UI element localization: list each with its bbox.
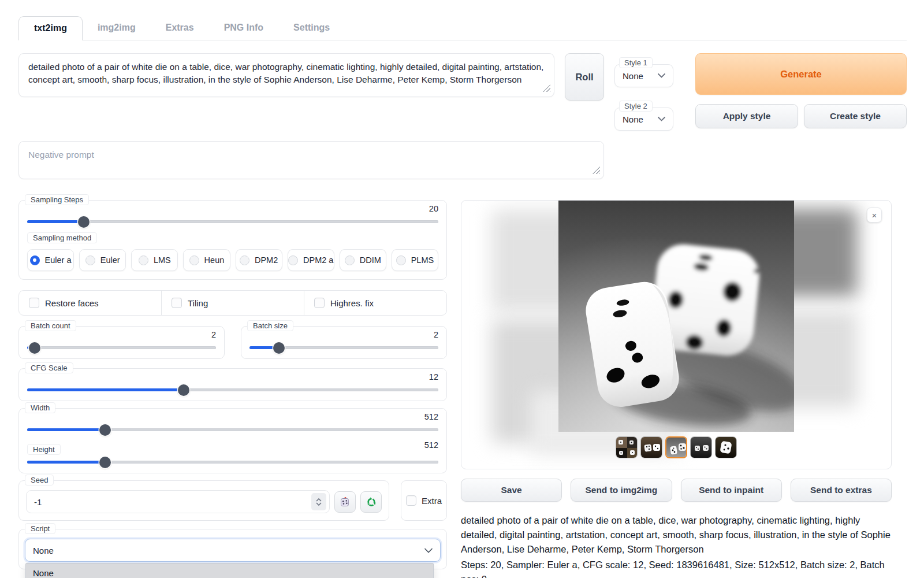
- tab-png-info[interactable]: PNG Info: [209, 16, 278, 40]
- radio-heun[interactable]: Heun: [183, 249, 230, 271]
- generate-button[interactable]: Generate: [695, 53, 907, 95]
- seed-group: Seed: [18, 480, 389, 521]
- negative-prompt-wrap: [18, 141, 604, 179]
- cfg-scale-value: 12: [429, 372, 438, 381]
- gallery-thumbnail-1[interactable]: [616, 436, 638, 458]
- cfg-scale-group: CFG Scale 12: [18, 368, 447, 401]
- roll-button[interactable]: Roll: [565, 53, 604, 101]
- tab-img2img[interactable]: img2img: [83, 16, 151, 40]
- height-value: 512: [424, 440, 438, 450]
- tab-settings[interactable]: Settings: [278, 16, 345, 40]
- width-label: Width: [25, 402, 55, 413]
- tab-bar: txt2img img2img Extras PNG Info Settings: [18, 16, 907, 40]
- radio-icon: [30, 255, 40, 265]
- style1-value: None: [623, 71, 643, 81]
- thumbnail-strip: [616, 436, 737, 458]
- radio-euler[interactable]: Euler: [79, 249, 126, 271]
- sampling-steps-label: Sampling Steps: [25, 194, 89, 205]
- batch-count-slider[interactable]: [27, 346, 216, 349]
- tab-extras[interactable]: Extras: [151, 16, 209, 40]
- seed-input[interactable]: [26, 490, 330, 513]
- radio-dpm2[interactable]: DPM2: [236, 249, 282, 271]
- radio-euler-a[interactable]: Euler a: [27, 249, 74, 271]
- radio-icon: [189, 255, 199, 265]
- style1-label: Style 1: [619, 57, 653, 68]
- sampling-steps-slider[interactable]: [27, 220, 438, 223]
- radio-dpm2-a[interactable]: DPM2 a: [288, 249, 334, 271]
- create-style-button[interactable]: Create style: [804, 104, 907, 128]
- script-group: Script None None Prompts from file or te…: [18, 529, 447, 569]
- sampling-method-label: Sampling method: [27, 232, 97, 243]
- radio-icon: [139, 255, 148, 265]
- gallery-thumbnail-2[interactable]: [640, 436, 662, 458]
- style2-value: None: [623, 114, 643, 124]
- prompt-wrap: detailed photo of a pair of white die on…: [18, 53, 554, 97]
- radio-plms[interactable]: PLMS: [392, 249, 438, 271]
- image-gallery: ×: [461, 200, 892, 469]
- gallery-actions: Save Send to img2img Send to inpaint Sen…: [461, 479, 892, 502]
- chevron-down-icon: [316, 502, 322, 506]
- checkbox-icon[interactable]: [29, 298, 39, 308]
- menu-item-none[interactable]: None: [26, 564, 433, 578]
- restore-faces-option[interactable]: Restore faces: [19, 291, 161, 315]
- save-button[interactable]: Save: [461, 479, 562, 502]
- random-seed-button[interactable]: [334, 491, 356, 513]
- gallery-thumbnail-3-selected[interactable]: [665, 436, 687, 458]
- cfg-scale-label: CFG Scale: [25, 362, 73, 373]
- apply-style-button[interactable]: Apply style: [695, 104, 798, 128]
- close-icon[interactable]: ×: [867, 208, 882, 223]
- width-slider[interactable]: [27, 428, 438, 431]
- height-slider[interactable]: [27, 461, 438, 464]
- gallery-thumbnail-4[interactable]: [690, 436, 712, 458]
- batch-size-slider[interactable]: [249, 346, 438, 349]
- batch-size-value: 2: [434, 330, 438, 339]
- cfg-scale-slider[interactable]: [27, 388, 438, 391]
- chevron-down-icon: [424, 548, 433, 553]
- radio-ddim[interactable]: DDIM: [340, 249, 386, 271]
- generation-info: detailed photo of a pair of white die on…: [461, 513, 892, 578]
- radio-icon: [240, 255, 249, 265]
- batch-count-value: 2: [211, 330, 216, 339]
- sampling-method-options: Euler a Euler LMS Heun DPM2 DPM2 a DDIM …: [27, 249, 438, 271]
- radio-icon: [396, 255, 406, 265]
- extra-label: Extra: [422, 496, 442, 506]
- settings-panel: Sampling Steps 20 Sampling method Euler …: [18, 200, 447, 578]
- checkbox-icon[interactable]: [314, 298, 325, 308]
- sampling-group: Sampling Steps 20 Sampling method Euler …: [18, 200, 447, 280]
- highres-fix-option[interactable]: Highres. fix: [304, 291, 446, 315]
- gallery-thumbnail-5[interactable]: [715, 436, 737, 458]
- radio-icon: [345, 255, 355, 265]
- chevron-down-icon: [658, 117, 665, 121]
- checkbox-icon[interactable]: [172, 298, 182, 308]
- style2-label: Style 2: [619, 101, 653, 112]
- checkbox-icon[interactable]: [406, 495, 416, 506]
- txt2img-page: txt2img img2img Extras PNG Info Settings…: [0, 0, 924, 578]
- tiling-option[interactable]: Tiling: [161, 291, 304, 315]
- chevron-up-icon: [316, 498, 322, 502]
- height-label: Height: [27, 444, 61, 455]
- recycle-icon: [365, 495, 378, 508]
- extra-seed-option[interactable]: Extra: [401, 480, 447, 521]
- batch-count-label: Batch count: [25, 320, 76, 331]
- send-to-extras-button[interactable]: Send to extras: [791, 479, 892, 502]
- reuse-seed-button[interactable]: [360, 491, 382, 513]
- radio-lms[interactable]: LMS: [131, 249, 178, 271]
- send-to-inpaint-button[interactable]: Send to inpaint: [681, 479, 782, 502]
- generation-prompt-text: detailed photo of a pair of white die on…: [461, 513, 892, 557]
- script-select[interactable]: None: [25, 539, 441, 562]
- seed-stepper[interactable]: [311, 493, 326, 510]
- tab-txt2img[interactable]: txt2img: [18, 16, 83, 40]
- negative-prompt-input[interactable]: [18, 141, 604, 179]
- radio-icon: [288, 255, 298, 265]
- generated-image[interactable]: [558, 201, 794, 432]
- toggle-group: Restore faces Tiling Highres. fix: [18, 290, 447, 316]
- output-panel: ×: [461, 200, 892, 578]
- batch-size-group: Batch size 2: [241, 326, 447, 359]
- batch-size-label: Batch size: [247, 320, 293, 331]
- script-dropdown-menu: None Prompts from file or textbox Prompt…: [25, 563, 434, 578]
- prompt-input[interactable]: detailed photo of a pair of white die on…: [18, 53, 554, 97]
- send-to-img2img-button[interactable]: Send to img2img: [571, 479, 672, 502]
- sampling-steps-value: 20: [429, 204, 438, 213]
- batch-count-group: Batch count 2: [18, 326, 225, 359]
- generate-column: Generate Apply style Create style: [695, 53, 907, 128]
